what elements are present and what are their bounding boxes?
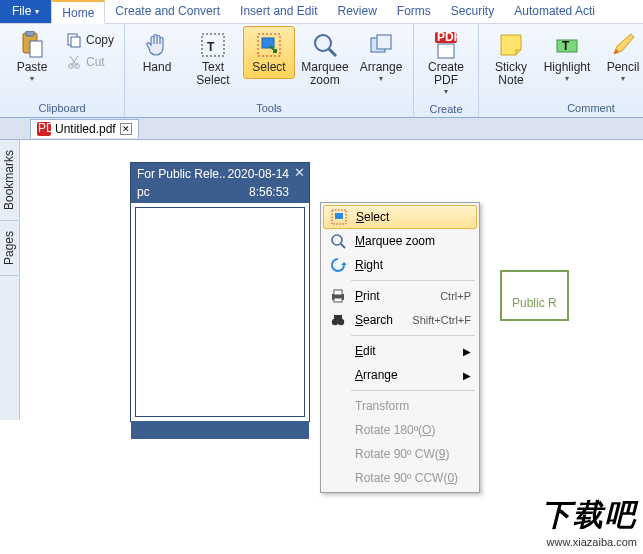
chevron-right-icon: ▶ — [463, 346, 471, 357]
ctx-select[interactable]: Select — [323, 205, 477, 229]
chevron-down-icon: ▾ — [30, 74, 34, 83]
tab-review[interactable]: Review — [327, 0, 386, 23]
ctx-marquee-zoom[interactable]: Marquee zoom — [323, 229, 477, 253]
cut-icon — [66, 54, 82, 70]
tab-security[interactable]: Security — [441, 0, 504, 23]
sticky-note-button[interactable]: Sticky Note — [485, 26, 537, 92]
side-tab-bookmarks[interactable]: Bookmarks — [0, 140, 18, 221]
sticky-note-icon — [497, 31, 525, 59]
tab-forms[interactable]: Forms — [387, 0, 441, 23]
chevron-right-icon: ▶ — [463, 370, 471, 381]
chevron-down-icon: ▾ — [444, 87, 448, 96]
document-tab[interactable]: PDF Untitled.pdf ✕ — [30, 119, 139, 138]
svg-rect-27 — [334, 290, 342, 295]
separator — [351, 280, 475, 281]
highlight-icon: T — [553, 31, 581, 59]
svg-line-25 — [341, 244, 345, 248]
paste-button[interactable]: Paste ▾ — [6, 26, 58, 88]
svg-text:T: T — [207, 40, 215, 54]
svg-rect-1 — [26, 31, 34, 36]
rotate-right-icon — [329, 256, 347, 274]
svg-rect-4 — [71, 37, 80, 47]
pencil-icon — [609, 31, 637, 59]
ctx-rotate-90-ccw: Rotate 90º CCW(0) — [323, 466, 477, 490]
magnifier-icon — [311, 31, 339, 59]
tab-insert-edit[interactable]: Insert and Edit — [230, 0, 327, 23]
public-release-stamp: Public R — [500, 270, 569, 321]
chevron-down-icon: ▾ — [621, 74, 625, 83]
create-pdf-button[interactable]: PDF Create PDF ▾ — [420, 26, 472, 101]
svg-point-11 — [315, 35, 331, 51]
ctx-arrange[interactable]: Arrange ▶ — [323, 363, 477, 387]
magnifier-icon — [329, 232, 347, 250]
ctx-search[interactable]: Search Shift+Ctrl+F — [323, 308, 477, 332]
svg-rect-23 — [335, 213, 343, 219]
thumbnail-page[interactable] — [135, 207, 305, 417]
file-label: File — [12, 4, 31, 18]
side-tab-pages[interactable]: Pages — [0, 221, 18, 276]
copy-icon — [66, 32, 82, 48]
separator — [351, 390, 475, 391]
text-select-button[interactable]: T Text Select — [187, 26, 239, 92]
select-button[interactable]: Select — [243, 26, 295, 79]
highlight-button[interactable]: T Highlight ▾ — [541, 26, 593, 88]
group-create: PDF Create PDF ▾ Create — [414, 24, 479, 117]
svg-rect-10 — [262, 38, 274, 48]
watermark: 下载吧 www.xiazaiba.com — [541, 495, 637, 548]
copy-button[interactable]: Copy — [62, 30, 118, 50]
print-icon — [329, 287, 347, 305]
text-select-icon: T — [199, 31, 227, 59]
cut-button[interactable]: Cut — [62, 52, 118, 72]
thumbnail-panel[interactable]: For Public Rele.. 2020-08-14 ✕ pc 8:56:5… — [130, 162, 310, 422]
tab-home[interactable]: Home — [51, 0, 105, 24]
ctx-rotate-90-cw: Rotate 90º CW(9) — [323, 442, 477, 466]
select-icon — [330, 208, 348, 226]
document-tab-title: Untitled.pdf — [55, 122, 116, 136]
group-clipboard: Paste ▾ Copy Cut Clipboard — [0, 24, 125, 117]
ctx-rotate-180: Rotate 180º(O) — [323, 418, 477, 442]
svg-line-12 — [329, 49, 336, 56]
close-icon[interactable]: ✕ — [294, 165, 305, 180]
hand-button[interactable]: Hand — [131, 26, 183, 79]
ctx-right[interactable]: Right — [323, 253, 477, 277]
thumbnail-subheader: pc 8:56:53 — [131, 185, 309, 203]
chevron-down-icon: ▾ — [35, 7, 39, 16]
close-tab-button[interactable]: ✕ — [120, 123, 132, 135]
arrange-button[interactable]: Arrange ▾ — [355, 26, 407, 88]
context-menu: Select Marquee zoom Right Print Ctrl+P S… — [320, 202, 480, 493]
svg-text:T: T — [562, 39, 570, 53]
svg-text:PDF: PDF — [437, 31, 459, 44]
chevron-down-icon: ▾ — [379, 74, 383, 83]
binoculars-icon — [329, 311, 347, 329]
chevron-down-icon: ▾ — [565, 74, 569, 83]
file-menu[interactable]: File ▾ — [0, 0, 51, 23]
paste-icon — [18, 31, 46, 59]
separator — [351, 335, 475, 336]
hand-icon — [143, 31, 171, 59]
svg-rect-2 — [30, 41, 42, 57]
arrange-icon — [367, 31, 395, 59]
ctx-transform: Transform — [323, 394, 477, 418]
group-tools: Hand T Text Select Select Marquee zoom A… — [125, 24, 414, 117]
pdf-icon: PDF — [432, 31, 460, 59]
ctx-print[interactable]: Print Ctrl+P — [323, 284, 477, 308]
group-comment: Sticky Note T Highlight ▾ Pencil ▾ Attac… — [479, 24, 643, 117]
svg-rect-14 — [377, 35, 391, 49]
marquee-zoom-button[interactable]: Marquee zoom — [299, 26, 351, 92]
svg-rect-17 — [438, 44, 454, 58]
thumbnail-header: For Public Rele.. 2020-08-14 ✕ — [131, 163, 309, 185]
pdf-small-icon: PDF — [37, 122, 51, 136]
svg-rect-28 — [334, 298, 342, 302]
pencil-button[interactable]: Pencil ▾ — [597, 26, 643, 88]
tab-create-convert[interactable]: Create and Convert — [105, 0, 230, 23]
svg-point-24 — [332, 235, 342, 245]
svg-text:PDF: PDF — [38, 122, 51, 135]
ctx-edit[interactable]: Edit ▶ — [323, 339, 477, 363]
select-icon — [255, 31, 283, 59]
tab-automated[interactable]: Automated Acti — [504, 0, 605, 23]
svg-rect-31 — [334, 315, 342, 320]
